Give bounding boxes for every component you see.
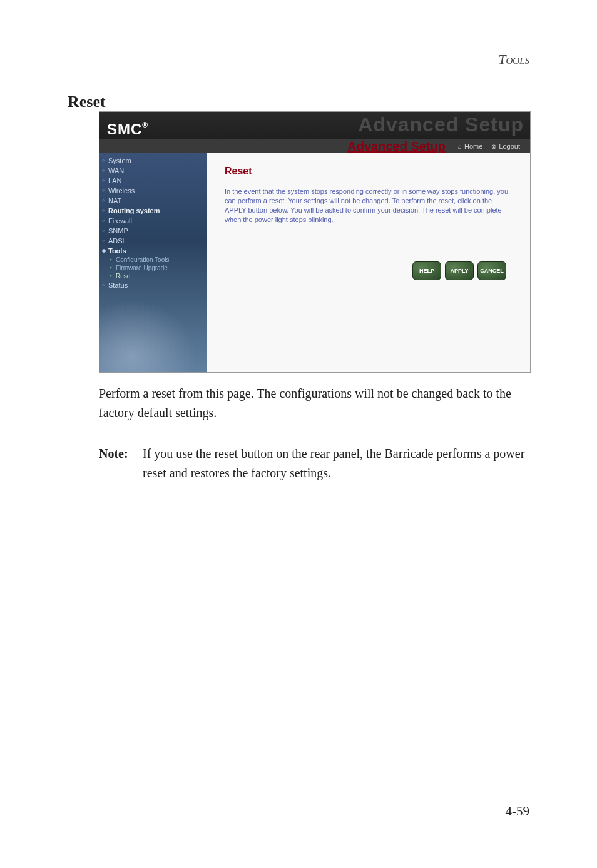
home-link[interactable]: Home [464, 143, 482, 150]
home-icon: ⌂ [458, 143, 462, 150]
sidebar-sub-reset[interactable]: Reset [100, 272, 207, 280]
sidebar-decorative-image [100, 291, 207, 372]
logo-text: SMC [107, 121, 142, 138]
sidebar-item-wireless[interactable]: Wireless [100, 186, 207, 196]
note-label: Note: [99, 444, 143, 483]
content-title: Reset [225, 166, 513, 177]
page-number: 4-59 [506, 804, 530, 819]
note-block: Note: If you use the reset button on the… [99, 444, 531, 483]
sidebar-item-lan[interactable]: LAN [100, 176, 207, 186]
sidebar-item-firewall[interactable]: Firewall [100, 216, 207, 226]
apply-button[interactable]: APPLY [445, 261, 474, 280]
paragraph-1: Perform a reset from this page. The conf… [99, 384, 531, 423]
help-button[interactable]: HELP [412, 261, 441, 280]
screenshot-header: SMC® Networks Advanced Setup Advanced Se… [100, 112, 530, 153]
logo-reg: ® [142, 121, 148, 129]
sidebar: System WAN LAN Wireless NAT Routing syst… [100, 153, 207, 372]
advanced-setup-title: Advanced Setup [347, 139, 446, 154]
sidebar-item-status[interactable]: Status [100, 280, 207, 290]
sidebar-item-adsl[interactable]: ADSL [100, 236, 207, 246]
logout-icon: ⊗ [491, 143, 496, 150]
header-bottom-bar: Advanced Setup ⌂ Home ⊗ Logout [100, 139, 530, 153]
router-screenshot: SMC® Networks Advanced Setup Advanced Se… [99, 111, 531, 373]
sidebar-item-nat[interactable]: NAT [100, 196, 207, 206]
sidebar-sub-config-tools[interactable]: Configuration Tools [100, 256, 207, 264]
cancel-button[interactable]: CANCEL [477, 261, 506, 280]
sidebar-sub-firmware[interactable]: Firmware Upgrade [100, 264, 207, 272]
content-description: In the event that the system stops respo… [225, 187, 513, 224]
sidebar-item-system[interactable]: System [100, 156, 207, 166]
sidebar-item-snmp[interactable]: SNMP [100, 226, 207, 236]
button-row: HELP APPLY CANCEL [225, 261, 506, 280]
sidebar-item-tools[interactable]: Tools [100, 246, 207, 256]
note-text: If you use the reset button on the rear … [143, 444, 531, 483]
screenshot-body: System WAN LAN Wireless NAT Routing syst… [100, 153, 530, 372]
logout-link[interactable]: Logout [499, 143, 520, 150]
content-panel: Reset In the event that the system stops… [207, 153, 530, 372]
sidebar-item-wan[interactable]: WAN [100, 166, 207, 176]
page-header: Tools [498, 51, 529, 68]
header-bg-text: Advanced Setup [358, 113, 524, 136]
sidebar-item-routing[interactable]: Routing system [100, 206, 207, 216]
section-title: Reset [68, 93, 106, 111]
